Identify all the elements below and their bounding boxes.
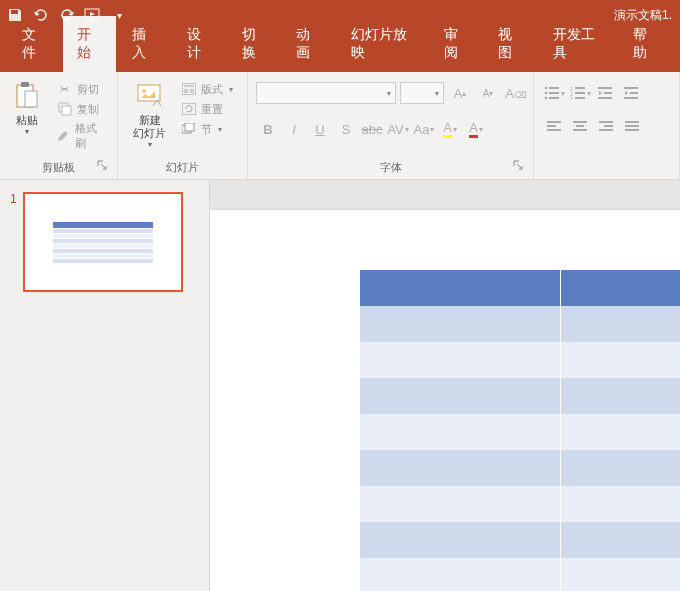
table-row[interactable]: [360, 378, 680, 414]
table-cell[interactable]: [561, 342, 681, 378]
chevron-down-icon: ▾: [383, 89, 391, 98]
paste-button[interactable]: 粘贴 ▾: [8, 76, 47, 136]
tab-transition[interactable]: 切换: [228, 16, 281, 72]
increase-indent-button[interactable]: [620, 82, 644, 104]
tab-animation[interactable]: 动画: [282, 16, 335, 72]
tab-insert[interactable]: 插入: [118, 16, 171, 72]
scissors-icon: ✂: [57, 81, 73, 97]
table-row[interactable]: [360, 558, 680, 591]
dialog-launcher-icon[interactable]: [513, 160, 525, 172]
bold-button[interactable]: B: [256, 118, 280, 140]
table-header-cell[interactable]: [561, 270, 681, 306]
table-cell[interactable]: [360, 450, 561, 486]
table-cell[interactable]: [360, 486, 561, 522]
svg-point-17: [544, 92, 547, 95]
numbering-button[interactable]: 123▾: [568, 82, 592, 104]
slideshow-start-icon[interactable]: [84, 6, 102, 24]
italic-button[interactable]: I: [282, 118, 306, 140]
tab-review[interactable]: 审阅: [430, 16, 483, 72]
slide-thumbnail[interactable]: 1: [10, 192, 199, 292]
table-cell[interactable]: [360, 342, 561, 378]
table-cell[interactable]: [360, 378, 561, 414]
char-spacing-button[interactable]: AV▾: [386, 118, 410, 140]
tab-devtools[interactable]: 开发工具: [539, 16, 617, 72]
align-left-button[interactable]: [542, 116, 566, 138]
clear-format-button[interactable]: A⌫: [504, 82, 528, 104]
table-cell[interactable]: [360, 414, 561, 450]
svg-rect-6: [138, 85, 160, 101]
eraser-icon: A⌫: [505, 86, 527, 101]
section-button[interactable]: 节 ▾: [177, 120, 237, 138]
table-cell[interactable]: [561, 486, 681, 522]
tab-file[interactable]: 文件: [8, 16, 61, 72]
table-cell[interactable]: [561, 558, 681, 591]
underline-button[interactable]: U: [308, 118, 332, 140]
thumbnail-table-icon: [53, 222, 153, 263]
change-case-button[interactable]: Aa▾: [412, 118, 436, 140]
table-cell[interactable]: [561, 450, 681, 486]
bullets-button[interactable]: ▾: [542, 82, 566, 104]
svg-rect-10: [184, 89, 188, 93]
new-slide-button[interactable]: 新建 幻灯片 ▾: [129, 76, 171, 149]
slide-editor[interactable]: [210, 180, 680, 591]
format-painter-button[interactable]: 格式刷: [53, 120, 109, 152]
reset-button[interactable]: 重置: [177, 100, 237, 118]
align-justify-button[interactable]: [620, 116, 644, 138]
paste-icon: [11, 80, 43, 112]
copy-button[interactable]: 复制: [53, 100, 109, 118]
paste-label: 粘贴: [16, 114, 38, 127]
group-font: ▾ ▾ A▴ A▾ A⌫ B I U S abc AV▾ Aa▾ A▾ A▾: [248, 72, 534, 179]
section-label: 节: [201, 122, 212, 137]
workspace: 1: [0, 180, 680, 591]
table-header-row[interactable]: [360, 270, 680, 306]
font-color-button[interactable]: A▾: [464, 118, 488, 140]
table-cell[interactable]: [360, 558, 561, 591]
slide-thumbnail-preview: [23, 192, 183, 292]
table-row[interactable]: [360, 450, 680, 486]
layout-button[interactable]: 版式 ▾: [177, 80, 237, 98]
outdent-icon: [598, 86, 614, 100]
font-family-combo[interactable]: ▾: [256, 82, 396, 104]
shadow-button[interactable]: S: [334, 118, 358, 140]
table-header-cell[interactable]: [360, 270, 561, 306]
decrease-font-button[interactable]: A▾: [476, 82, 500, 104]
chevron-down-icon: ▾: [218, 125, 222, 134]
cut-button[interactable]: ✂ 剪切: [53, 80, 109, 98]
table-cell[interactable]: [561, 306, 681, 342]
tab-view[interactable]: 视图: [484, 16, 537, 72]
tab-home[interactable]: 开始: [63, 16, 116, 72]
qat-customize-icon[interactable]: ▾: [110, 6, 128, 24]
dialog-launcher-icon[interactable]: [97, 160, 109, 172]
tab-slideshow[interactable]: 幻灯片放映: [337, 16, 427, 72]
reset-icon: [181, 101, 197, 117]
table-row[interactable]: [360, 306, 680, 342]
table-cell[interactable]: [360, 306, 561, 342]
slide-canvas[interactable]: [210, 210, 680, 591]
table-cell[interactable]: [561, 414, 681, 450]
table-cell[interactable]: [561, 522, 681, 558]
slide-table[interactable]: [360, 270, 680, 591]
align-right-button[interactable]: [594, 116, 618, 138]
strike-button[interactable]: abc: [360, 118, 384, 140]
highlight-button[interactable]: A▾: [438, 118, 462, 140]
align-center-button[interactable]: [568, 116, 592, 138]
chevron-down-icon: ▾: [229, 85, 233, 94]
save-icon[interactable]: [6, 6, 24, 24]
table-row[interactable]: [360, 414, 680, 450]
table-cell[interactable]: [561, 378, 681, 414]
decrease-indent-button[interactable]: [594, 82, 618, 104]
copy-icon: [57, 101, 73, 117]
svg-rect-35: [547, 129, 561, 131]
tab-help[interactable]: 帮助: [619, 16, 672, 72]
table-row[interactable]: [360, 342, 680, 378]
tab-design[interactable]: 设计: [173, 16, 226, 72]
group-paragraph-label: [542, 161, 671, 177]
undo-icon[interactable]: [32, 6, 50, 24]
svg-rect-27: [598, 87, 612, 89]
increase-font-button[interactable]: A▴: [448, 82, 472, 104]
table-row[interactable]: [360, 522, 680, 558]
redo-icon[interactable]: [58, 6, 76, 24]
table-cell[interactable]: [360, 522, 561, 558]
font-size-combo[interactable]: ▾: [400, 82, 444, 104]
table-row[interactable]: [360, 486, 680, 522]
